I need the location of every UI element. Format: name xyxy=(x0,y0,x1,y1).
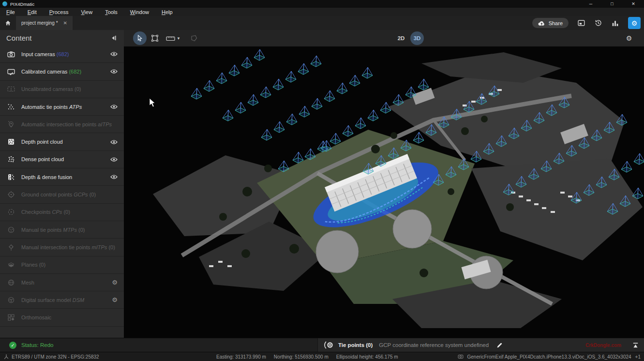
status-text: Status: Redo xyxy=(21,342,53,348)
sidebar-item-orthomosaic[interactable]: Orthomosaic xyxy=(0,309,124,326)
marquee-icon xyxy=(151,34,159,42)
planes-icon xyxy=(7,261,15,269)
share-button[interactable]: Share xyxy=(532,18,569,28)
tie-points-icon xyxy=(324,341,334,349)
measure-tool[interactable]: ▼ xyxy=(163,31,183,45)
sidebar-item-manual-tie-points[interactable]: Manual tie points MTPs (0) xyxy=(0,221,124,239)
menu-process[interactable]: Process xyxy=(43,9,75,15)
close-button[interactable]: ✕ xyxy=(623,0,644,8)
manual-tie-points-icon xyxy=(7,226,15,234)
view-toggle-3d[interactable]: 3D xyxy=(410,31,424,45)
processing-settings-gear-icon: ⚙ xyxy=(631,20,638,27)
menu-file[interactable]: File xyxy=(0,9,21,15)
sidebar-item-label: Ground control points GCPs (0) xyxy=(21,192,96,197)
menu-help[interactable]: Help xyxy=(155,9,179,15)
status-check-icon: ✓ xyxy=(9,342,16,349)
edit-pencil-icon[interactable] xyxy=(496,342,503,348)
settings-gear-icon[interactable]: ⚙ xyxy=(112,297,118,303)
topbar-actions: Share ⚙ xyxy=(532,16,641,30)
sidebar-item-dense-point-cloud[interactable]: Dense point cloud xyxy=(0,151,124,168)
share-label: Share xyxy=(549,20,563,26)
export-image-icon[interactable] xyxy=(577,19,585,27)
3d-viewport[interactable] xyxy=(124,46,644,338)
sidebar-item-automatic-tie-points[interactable]: Automatic tie points ATPs xyxy=(0,98,124,116)
sidebar-item-checkpoints[interactable]: Checkpoints CPs (0) xyxy=(0,204,124,221)
viewport-settings-gear-icon[interactable]: ⚙ xyxy=(622,31,636,45)
visibility-eye-icon[interactable] xyxy=(110,51,118,57)
sidebar-item-digital-surface-model[interactable]: Digital surface model DSM ⚙ xyxy=(0,291,124,309)
sidebar-item-calibrated-cameras[interactable]: Calibrated cameras (682) xyxy=(0,63,124,80)
sidebar-item-label: Input cameras (682) xyxy=(21,51,69,57)
sidebar-item-planes[interactable]: Planes (0) xyxy=(0,256,124,274)
ellipsoidal-height-value: Ellipsoidal height: 456.175 m xyxy=(336,354,398,360)
sidebar-item-label: Orthomosaic xyxy=(21,315,51,320)
view-toggle-2d[interactable]: 2D xyxy=(394,31,408,45)
content-layer-list: Input cameras (682)Calibrated cameras (6… xyxy=(0,45,124,327)
sidebar-item-label: Dense point cloud xyxy=(21,156,64,162)
sidebar-item-ground-control-points[interactable]: Ground control points GCPs (0) xyxy=(0,186,124,203)
sidebar-item-depth-point-cloud[interactable]: Depth point cloud xyxy=(0,133,124,150)
analytics-icon[interactable] xyxy=(611,19,619,27)
window-controls: ─ □ ✕ xyxy=(580,0,644,8)
3d-viewport-canvas[interactable] xyxy=(124,46,644,338)
viewport-toolbar: ▼ 2D 3D ⚙ xyxy=(124,30,644,46)
home-icon[interactable] xyxy=(5,20,11,26)
visibility-eye-icon[interactable] xyxy=(110,174,118,180)
camera-calibrated-icon xyxy=(7,68,15,75)
minimize-button[interactable]: ─ xyxy=(580,0,601,8)
menu-edit[interactable]: Edit xyxy=(21,9,43,15)
sidebar-item-label: Calibrated cameras (682) xyxy=(21,69,81,75)
settings-gear-icon[interactable]: ⚙ xyxy=(112,279,118,286)
menu-view[interactable]: View xyxy=(75,9,99,15)
maximize-button[interactable]: □ xyxy=(601,0,623,8)
camera-model-icon xyxy=(458,354,464,360)
tie-points-bar: Tie points (0) GCP coordinate reference … xyxy=(317,338,644,352)
select-cursor-tool[interactable] xyxy=(133,31,147,45)
polygon-icon xyxy=(190,34,198,42)
camera-icon xyxy=(7,50,15,58)
axes-icon xyxy=(3,354,9,360)
menu-bar: FileEditProcessViewToolsWindowHelp xyxy=(0,8,644,16)
visibility-eye-icon[interactable] xyxy=(110,104,118,109)
app-title: PIX4Dmatic xyxy=(10,1,34,7)
visibility-eye-icon[interactable] xyxy=(110,69,118,74)
collapse-panel-icon[interactable] xyxy=(110,34,118,42)
tab-bar: project merging * ✕ Share ⚙ xyxy=(0,16,644,30)
close-icon[interactable]: ✕ xyxy=(63,20,67,26)
title-bar: PIX4Dmatic ─ □ ✕ xyxy=(0,0,644,8)
visibility-eye-icon[interactable] xyxy=(110,157,118,162)
dsm-icon xyxy=(7,296,15,304)
gcp-crs-label: GCP coordinate reference system undefine… xyxy=(379,342,489,348)
tab-label: project merging * xyxy=(21,20,58,26)
sidebar-item-depth-dense-fusion[interactable]: Depth & dense fusion xyxy=(0,168,124,186)
sidebar-item-label: Automatic tie points ATPs xyxy=(21,104,82,110)
menu-tools[interactable]: Tools xyxy=(99,9,124,15)
auto-intersection-tie-points-icon xyxy=(7,120,15,128)
manual-intersection-tie-points-icon xyxy=(7,243,15,251)
polygon-tool[interactable] xyxy=(187,31,201,45)
sidebar-item-manual-intersection-tie-points[interactable]: Manual intersection tie points mITPs (0) xyxy=(0,239,124,256)
sidebar-item-automatic-intersection-tie-points[interactable]: Automatic intersection tie points aITPs xyxy=(0,116,124,133)
mesh-icon xyxy=(7,279,15,286)
processing-settings-button[interactable]: ⚙ xyxy=(628,17,641,29)
tie-points-label: Tie points (0) xyxy=(338,342,373,348)
content-panel-title: Content xyxy=(6,34,32,42)
sidebar-item-label: Mesh xyxy=(21,280,34,286)
chevron-down-icon: ▼ xyxy=(177,36,180,41)
sidebar-item-uncalibrated-cameras[interactable]: Uncalibrated cameras (0) xyxy=(0,81,124,98)
visibility-eye-icon[interactable] xyxy=(110,139,118,145)
sidebar-item-mesh[interactable]: Mesh ⚙ xyxy=(0,274,124,291)
history-icon[interactable] xyxy=(594,19,602,27)
marquee-select-tool[interactable] xyxy=(148,31,162,45)
app-logo-icon xyxy=(2,1,7,6)
exif-label: GenericFromExif Apple_PIX4Dcatch.iPhone1… xyxy=(467,354,631,360)
tab-project-merging[interactable]: project merging * ✕ xyxy=(16,16,73,30)
coordinate-bar: ETRS89 / UTM zone 32N - EPSG:25832 Easti… xyxy=(0,352,644,361)
sidebar-item-input-cameras[interactable]: Input cameras (682) xyxy=(0,45,124,63)
exif-extra-count: +1 xyxy=(635,354,641,360)
menu-window[interactable]: Window xyxy=(124,9,155,15)
expand-panel-icon[interactable] xyxy=(632,342,639,349)
sidebar-item-label: Depth & dense fusion xyxy=(21,174,72,180)
dense-point-cloud-icon xyxy=(7,155,15,163)
camera-uncalibrated-icon xyxy=(7,85,15,93)
